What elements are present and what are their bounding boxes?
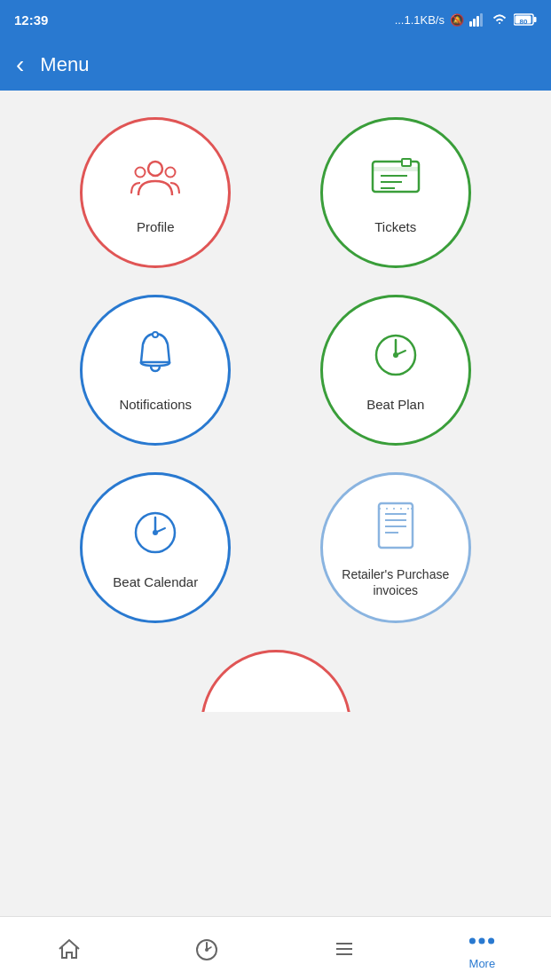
svg-point-17 (153, 332, 158, 337)
menu-row-1: Profile Tickets (35, 117, 516, 268)
dots-icon (468, 928, 495, 954)
status-time: 12:39 (14, 12, 48, 28)
menu-item-retailer-purchase[interactable]: Retailer's Purchase invoices (307, 472, 484, 623)
beat-plan-label: Beat Plan (366, 396, 424, 414)
status-battery: 80 (514, 12, 537, 27)
nav-list[interactable] (309, 936, 380, 962)
beat-calendar-icon (127, 504, 184, 561)
svg-rect-3 (480, 13, 483, 27)
svg-point-32 (469, 937, 476, 944)
notifications-label: Notifications (119, 396, 192, 414)
tickets-icon (367, 149, 424, 206)
status-bar: 12:39 ...1.1KB/s 🔕 80 (0, 0, 551, 39)
svg-rect-1 (473, 19, 476, 27)
beat-calendar-label: Beat Calendar (113, 573, 198, 591)
menu-row-3: Beat Calendar Retailer's Purchase in (35, 472, 516, 623)
status-network-icon (469, 12, 485, 27)
svg-point-10 (166, 168, 176, 178)
menu-item-beat-calendar[interactable]: Beat Calendar (67, 472, 244, 623)
svg-point-34 (488, 937, 494, 944)
svg-rect-0 (469, 21, 472, 27)
svg-point-28 (205, 948, 209, 952)
menu-item-beat-plan[interactable]: Beat Plan (307, 295, 484, 446)
nav-more[interactable]: More (446, 928, 517, 970)
svg-rect-2 (476, 16, 479, 27)
beat-plan-icon (367, 327, 424, 383)
main-content: Profile Tickets (0, 91, 551, 916)
svg-point-9 (136, 168, 146, 178)
profile-circle: Profile (80, 117, 231, 268)
tickets-circle: Tickets (320, 117, 471, 268)
nav-timer-icon (193, 936, 220, 962)
svg-point-8 (148, 162, 162, 176)
beat-calendar-circle: Beat Calendar (80, 472, 231, 623)
menu-row-2: Notifications Beat Plan (35, 295, 516, 446)
menu-item-notifications[interactable]: Notifications (67, 295, 244, 446)
invoice-icon (367, 497, 424, 554)
menu-item-profile[interactable]: Profile (67, 117, 244, 268)
nav-home[interactable] (34, 936, 105, 962)
svg-point-21 (153, 530, 158, 535)
app-header: ‹ Menu (0, 39, 551, 91)
bell-icon (127, 327, 184, 383)
list-icon (331, 936, 358, 962)
partial-row (35, 650, 516, 712)
notifications-circle: Notifications (80, 295, 231, 446)
partial-circle (201, 650, 351, 712)
nav-beat[interactable] (171, 936, 242, 962)
home-icon (56, 936, 83, 962)
status-mute-icon: 🔕 (450, 13, 464, 27)
status-right: ...1.1KB/s 🔕 80 (395, 12, 537, 27)
bottom-nav: More (0, 916, 551, 980)
svg-point-33 (479, 937, 485, 944)
beat-plan-circle: Beat Plan (320, 295, 471, 446)
menu-item-tickets[interactable]: Tickets (307, 117, 484, 268)
svg-rect-5 (534, 17, 537, 22)
svg-text:80: 80 (520, 18, 528, 26)
retailer-label: Retailer's Purchase invoices (323, 566, 468, 598)
status-wifi-icon (491, 12, 508, 27)
status-signal: ...1.1KB/s (395, 13, 445, 27)
page-title: Menu (40, 53, 89, 76)
profile-label: Profile (137, 218, 175, 236)
more-label: More (469, 957, 496, 970)
profile-icon (127, 149, 184, 206)
svg-rect-12 (373, 167, 419, 171)
back-button[interactable]: ‹ (16, 52, 24, 77)
svg-point-19 (393, 352, 398, 358)
retailer-circle: Retailer's Purchase invoices (320, 472, 471, 623)
tickets-label: Tickets (374, 218, 416, 236)
svg-rect-16 (402, 159, 411, 166)
